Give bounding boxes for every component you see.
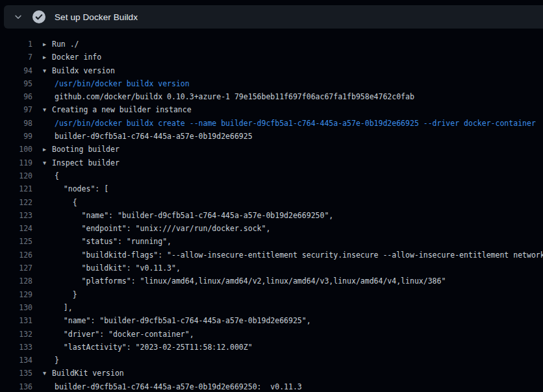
log-line: 124 "endpoint": "unix:///var/run/docker.… <box>0 222 543 235</box>
line-number[interactable]: 125 <box>0 235 32 248</box>
line-number[interactable]: 122 <box>0 196 32 209</box>
log-line-text: "endpoint": "unix:///var/run/docker.sock… <box>32 222 543 235</box>
log-group-row: 97 ▼Creating a new builder instance <box>0 103 543 116</box>
log-line: 95 /usr/bin/docker buildx version <box>0 77 543 90</box>
step-title: Set up Docker Buildx <box>55 12 138 22</box>
log-line: 120 { <box>0 169 543 182</box>
log-line-text: builder-d9cfb5a1-c764-445a-a57e-0b19d2e6… <box>32 130 543 143</box>
log-line-text[interactable]: ▶Run ./ <box>32 38 543 51</box>
step-header[interactable]: Set up Docker Buildx <box>4 5 543 29</box>
log-line-text: /usr/bin/docker buildx create --name bui… <box>32 117 543 130</box>
log-line-text: "buildkit": "v0.11.3", <box>32 262 543 275</box>
log-line-text: "driver": "docker-container", <box>32 328 543 341</box>
log-group-row: 100 ▶Booting builder <box>0 143 543 156</box>
line-number[interactable]: 128 <box>0 275 32 288</box>
log-line: 134 } <box>0 354 543 367</box>
line-number[interactable]: 121 <box>0 182 32 195</box>
line-number[interactable]: 99 <box>0 130 32 143</box>
log-line-text: "buildkitd-flags": "--allow-insecure-ent… <box>32 249 543 262</box>
log-line: 98 /usr/bin/docker buildx create --name … <box>0 117 543 130</box>
line-number[interactable]: 136 <box>0 380 32 392</box>
line-number[interactable]: 98 <box>0 117 32 130</box>
log-line: 125 "status": "running", <box>0 235 543 248</box>
log-line-text[interactable]: ▼Inspect builder <box>32 156 543 169</box>
log-line-text[interactable]: ▼BuildKit version <box>32 367 543 380</box>
line-number[interactable]: 129 <box>0 288 32 301</box>
line-number[interactable]: 131 <box>0 314 32 327</box>
log-line: 99 builder-d9cfb5a1-c764-445a-a57e-0b19d… <box>0 130 543 143</box>
actions-log-viewer: Set up Docker Buildx 1 ▶Run ./ 7 ▶Docker… <box>0 0 543 392</box>
log-line: 132 "driver": "docker-container", <box>0 328 543 341</box>
log-line: 96 github.com/docker/buildx 0.10.3+azure… <box>0 90 543 103</box>
log-line: 123 "name": "builder-d9cfb5a1-c764-445a-… <box>0 209 543 222</box>
log-line: 126 "buildkitd-flags": "--allow-insecure… <box>0 249 543 262</box>
log-area: 1 ▶Run ./ 7 ▶Docker info 94 ▼Buildx vers… <box>0 29 543 392</box>
log-line-text: { <box>32 196 543 209</box>
line-number[interactable]: 1 <box>0 38 32 51</box>
log-line-text: /usr/bin/docker buildx version <box>32 77 543 90</box>
log-line-text[interactable]: ▼Creating a new builder instance <box>32 103 543 116</box>
group-expanded-icon[interactable]: ▼ <box>43 156 52 169</box>
log-group-row: 119 ▼Inspect builder <box>0 156 543 169</box>
log-line-text: "nodes": [ <box>32 182 543 195</box>
log-line-text: "name": "builder-d9cfb5a1-c764-445a-a57e… <box>32 314 543 327</box>
line-number[interactable]: 95 <box>0 77 32 90</box>
group-title[interactable]: Inspect builder <box>52 158 120 167</box>
group-title[interactable]: BuildKit version <box>52 369 124 378</box>
line-number[interactable]: 135 <box>0 367 32 380</box>
line-number[interactable]: 119 <box>0 156 32 169</box>
group-collapsed-icon[interactable]: ▶ <box>43 38 52 51</box>
line-number[interactable]: 134 <box>0 354 32 367</box>
log-line-text: "platforms": "linux/amd64,linux/amd64/v2… <box>32 275 543 288</box>
group-expanded-icon[interactable]: ▼ <box>43 103 52 116</box>
log-line-text: "lastActivity": "2023-02-25T11:58:12.000… <box>32 341 543 354</box>
log-line-text: ], <box>32 301 543 314</box>
group-title[interactable]: Docker info <box>52 53 101 62</box>
line-number[interactable]: 124 <box>0 222 32 235</box>
group-title[interactable]: Buildx version <box>52 66 115 75</box>
log-line-text[interactable]: ▶Docker info <box>32 51 543 64</box>
line-number[interactable]: 97 <box>0 103 32 116</box>
log-line-text: "name": "builder-d9cfb5a1-c764-445a-a57e… <box>32 209 543 222</box>
check-circle-icon <box>32 10 45 23</box>
group-title[interactable]: Booting builder <box>52 145 120 154</box>
group-title[interactable]: Run ./ <box>52 40 79 49</box>
log-group-row: 94 ▼Buildx version <box>0 64 543 77</box>
line-number[interactable]: 123 <box>0 209 32 222</box>
line-number[interactable]: 130 <box>0 301 32 314</box>
line-number[interactable]: 94 <box>0 64 32 77</box>
line-number[interactable]: 96 <box>0 90 32 103</box>
line-number[interactable]: 126 <box>0 249 32 262</box>
group-expanded-icon[interactable]: ▼ <box>43 367 52 380</box>
log-line: 128 "platforms": "linux/amd64,linux/amd6… <box>0 275 543 288</box>
log-line: 122 { <box>0 196 543 209</box>
line-number[interactable]: 133 <box>0 341 32 354</box>
line-number[interactable]: 132 <box>0 328 32 341</box>
log-line-text[interactable]: ▼Buildx version <box>32 64 543 77</box>
chevron-down-icon[interactable] <box>13 12 23 22</box>
log-line: 127 "buildkit": "v0.11.3", <box>0 262 543 275</box>
log-group-row: 135 ▼BuildKit version <box>0 367 543 380</box>
line-number[interactable]: 120 <box>0 169 32 182</box>
line-number[interactable]: 7 <box>0 51 32 64</box>
group-expanded-icon[interactable]: ▼ <box>43 64 52 77</box>
line-number[interactable]: 127 <box>0 262 32 275</box>
log-line-text[interactable]: ▶Booting builder <box>32 143 543 156</box>
log-line-text: github.com/docker/buildx 0.10.3+azure-1 … <box>32 90 543 103</box>
log-group-row: 7 ▶Docker info <box>0 51 543 64</box>
log-line-text: } <box>32 354 543 367</box>
log-line-text: } <box>32 288 543 301</box>
log-line: 121 "nodes": [ <box>0 182 543 195</box>
group-collapsed-icon[interactable]: ▶ <box>43 143 52 156</box>
log-line: 130 ], <box>0 301 543 314</box>
log-line-text: builder-d9cfb5a1-c764-445a-a57e-0b19d2e6… <box>32 380 543 392</box>
log-line: 131 "name": "builder-d9cfb5a1-c764-445a-… <box>0 314 543 327</box>
log-line: 136 builder-d9cfb5a1-c764-445a-a57e-0b19… <box>0 380 543 392</box>
group-title[interactable]: Creating a new builder instance <box>52 105 192 114</box>
log-line-text: "status": "running", <box>32 235 543 248</box>
log-line-text: { <box>32 169 543 182</box>
log-group-row: 1 ▶Run ./ <box>0 38 543 51</box>
line-number[interactable]: 100 <box>0 143 32 156</box>
group-collapsed-icon[interactable]: ▶ <box>43 51 52 64</box>
log-line: 129 } <box>0 288 543 301</box>
